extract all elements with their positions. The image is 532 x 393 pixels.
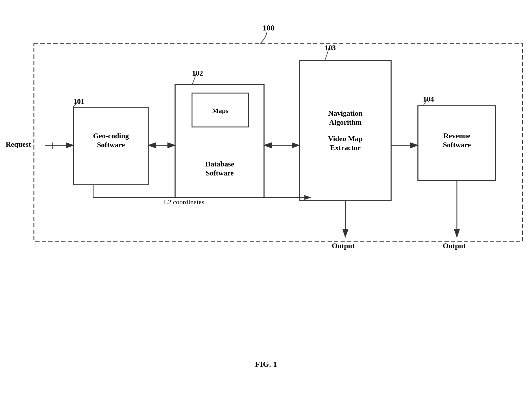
svg-text:Geo-coding: Geo-coding: [93, 132, 129, 140]
svg-text:104: 104: [423, 95, 434, 103]
svg-text:103: 103: [325, 44, 336, 52]
svg-text:Request: Request: [6, 140, 31, 148]
svg-text:Output: Output: [332, 242, 355, 250]
svg-text:Navigation: Navigation: [328, 109, 363, 117]
svg-text:Video Map: Video Map: [328, 135, 363, 143]
svg-text:101: 101: [73, 97, 84, 106]
svg-text:Software: Software: [97, 141, 125, 149]
svg-text:Output: Output: [443, 242, 466, 250]
svg-text:Extractor: Extractor: [330, 144, 361, 152]
svg-rect-18: [299, 61, 391, 200]
svg-text:Database: Database: [205, 160, 234, 168]
svg-text:Revenue: Revenue: [443, 132, 470, 140]
svg-text:Software: Software: [206, 169, 234, 177]
svg-rect-2: [34, 44, 522, 241]
svg-text:100: 100: [263, 23, 274, 32]
svg-text:102: 102: [192, 69, 203, 77]
svg-text:Maps: Maps: [212, 107, 228, 114]
svg-text:FIG. 1: FIG. 1: [255, 360, 277, 368]
svg-rect-11: [175, 85, 264, 197]
svg-text:Software: Software: [443, 141, 471, 149]
svg-rect-12: [192, 93, 248, 127]
svg-rect-7: [73, 107, 148, 185]
svg-rect-25: [418, 106, 496, 181]
svg-text:L2 coordinates: L2 coordinates: [164, 198, 204, 206]
svg-text:Algorithm: Algorithm: [329, 118, 362, 126]
